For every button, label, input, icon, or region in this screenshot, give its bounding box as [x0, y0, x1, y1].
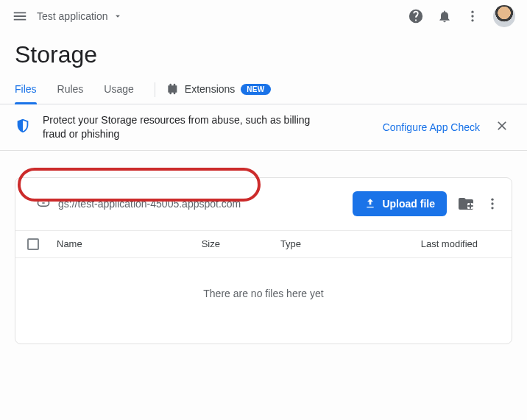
- svg-point-4: [491, 199, 493, 201]
- col-size[interactable]: Size: [202, 238, 280, 249]
- project-selector[interactable]: Test application: [37, 10, 123, 22]
- upload-file-button[interactable]: Upload file: [353, 191, 447, 216]
- svg-point-2: [471, 19, 473, 21]
- card-toolbar: gs://test-application-45005.appspot.com …: [15, 178, 512, 230]
- banner-text: Protect your Storage resources from abus…: [43, 113, 322, 141]
- tab-files[interactable]: Files: [15, 76, 37, 104]
- extensions-icon: [167, 83, 179, 95]
- empty-state: There are no files here yet: [15, 258, 512, 344]
- upload-icon: [364, 198, 376, 210]
- tabs-row: Files Rules Usage Extensions NEW: [0, 76, 527, 104]
- more-vert-icon[interactable]: [465, 9, 480, 24]
- svg-point-6: [491, 207, 493, 209]
- avatar[interactable]: [493, 5, 515, 27]
- svg-point-0: [471, 11, 473, 13]
- col-type[interactable]: Type: [280, 238, 359, 249]
- upload-file-label: Upload file: [382, 198, 435, 210]
- divider: [155, 82, 155, 97]
- svg-point-5: [491, 203, 493, 205]
- configure-app-check-link[interactable]: Configure App Check: [383, 121, 480, 133]
- tab-extensions[interactable]: Extensions NEW: [167, 76, 271, 104]
- table-header: Name Size Type Last modified: [15, 230, 512, 258]
- link-icon: [36, 196, 51, 213]
- toolbar-more-icon[interactable]: [485, 196, 500, 211]
- close-icon[interactable]: [492, 115, 512, 139]
- bucket-path[interactable]: gs://test-application-45005.appspot.com: [29, 191, 248, 217]
- tab-usage[interactable]: Usage: [104, 76, 133, 104]
- new-folder-button[interactable]: [457, 195, 475, 213]
- bucket-path-text: gs://test-application-45005.appspot.com: [58, 198, 241, 210]
- project-name: Test application: [37, 10, 108, 22]
- help-icon[interactable]: [408, 8, 424, 24]
- select-all-checkbox[interactable]: [27, 238, 57, 250]
- chevron-down-icon: [113, 11, 123, 21]
- shield-icon: [15, 118, 31, 137]
- tab-rules[interactable]: Rules: [57, 76, 84, 104]
- page-title: Storage: [0, 32, 527, 76]
- tab-extensions-label: Extensions: [185, 83, 235, 95]
- svg-point-1: [471, 15, 473, 17]
- app-check-banner: Protect your Storage resources from abus…: [0, 104, 527, 151]
- files-card: gs://test-application-45005.appspot.com …: [15, 177, 512, 344]
- col-modified[interactable]: Last modified: [359, 238, 500, 249]
- col-name[interactable]: Name: [57, 238, 202, 249]
- menu-icon[interactable]: [12, 8, 28, 24]
- notifications-icon[interactable]: [437, 9, 452, 24]
- new-badge: NEW: [241, 84, 270, 95]
